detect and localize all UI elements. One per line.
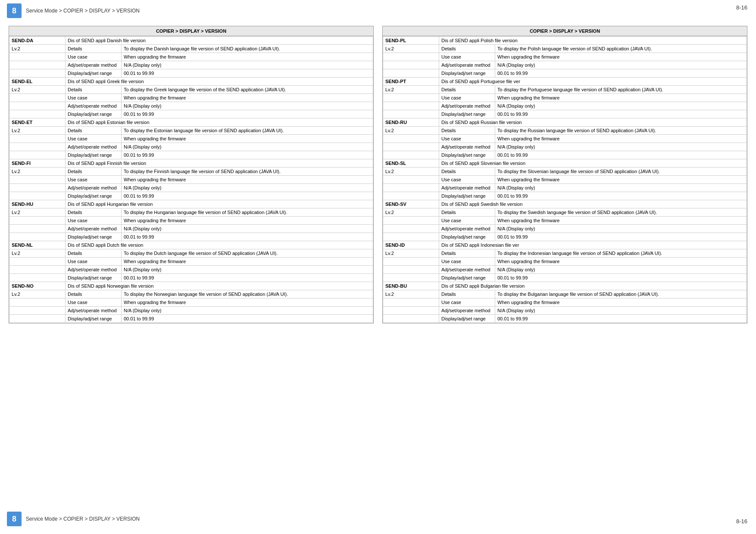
- row-level: [383, 69, 439, 78]
- row-label: Adj/set/operate method: [439, 61, 495, 69]
- left-table: COPIER > DISPLAY > VERSION SEND-DADis of…: [9, 26, 374, 323]
- row-level: [383, 217, 439, 225]
- footer-breadcrumb: Service Mode > COPIER > DISPLAY > VERSIO…: [26, 516, 140, 522]
- table-row: Display/adj/set range00.01 to 99.99: [9, 110, 373, 118]
- row-level: [9, 217, 66, 225]
- row-label: Adj/set/operate method: [439, 143, 495, 151]
- row-value: To display the Estonian language file ve…: [122, 127, 373, 135]
- row-value: When upgrading the firmware: [122, 176, 373, 184]
- section-description: Dis of SEND appli Polish file version: [439, 37, 747, 45]
- section-id: SEND-RU: [383, 118, 439, 127]
- row-label: Details: [439, 127, 495, 135]
- row-level: [9, 102, 66, 110]
- row-level: [9, 233, 66, 241]
- row-value: When upgrading the firmware: [495, 135, 747, 143]
- table-row: Adj/set/operate methodN/A (Display only): [9, 61, 373, 69]
- row-label: Display/adj/set range: [66, 274, 122, 282]
- section-header-row: SEND-PTDis of SEND appli Portuguese file…: [383, 78, 747, 86]
- row-label: Display/adj/set range: [66, 192, 122, 200]
- row-label: Use case: [439, 176, 495, 184]
- row-label: Use case: [66, 258, 122, 266]
- row-level: [9, 307, 66, 315]
- section-description: Dis of SEND appli Danish file version: [66, 37, 373, 45]
- row-label: Details: [66, 290, 122, 298]
- table-row: Adj/set/operate methodN/A (Display only): [383, 307, 747, 315]
- table-row: Display/adj/set range00.01 to 99.99: [9, 69, 373, 78]
- row-level: [383, 151, 439, 159]
- row-value: When upgrading the firmware: [495, 217, 747, 225]
- table-row: Use caseWhen upgrading the firmware: [383, 217, 747, 225]
- section-header-row: SEND-FIDis of SEND appli Finnish file ve…: [9, 159, 373, 168]
- row-label: Use case: [439, 217, 495, 225]
- table-row: Lv.2DetailsTo display the Slovenian lang…: [383, 168, 747, 176]
- row-level: [9, 135, 66, 143]
- table-row: Use caseWhen upgrading the firmware: [9, 176, 373, 184]
- table-row: Lv.2DetailsTo display the Norwegian lang…: [9, 290, 373, 298]
- row-label: Details: [439, 45, 495, 53]
- section-description: Dis of SEND appli Dutch file version: [66, 241, 373, 249]
- row-level: Lv.2: [383, 45, 439, 53]
- row-label: Details: [439, 86, 495, 94]
- table-row: Display/adj/set range00.01 to 99.99: [9, 151, 373, 159]
- row-label: Details: [66, 86, 122, 94]
- row-level: Lv.2: [9, 208, 66, 217]
- table-row: Lv.2DetailsTo display the Finnish langua…: [9, 168, 373, 176]
- table-row: Lv.2DetailsTo display the Dutch language…: [9, 249, 373, 258]
- table-row: Use caseWhen upgrading the firmware: [9, 258, 373, 266]
- row-label: Details: [439, 249, 495, 258]
- row-level: [383, 307, 439, 315]
- row-label: Use case: [439, 94, 495, 102]
- row-label: Details: [439, 168, 495, 176]
- row-label: Details: [439, 208, 495, 217]
- row-level: Lv.2: [9, 127, 66, 135]
- row-label: Details: [439, 290, 495, 298]
- section-header-row: SEND-NLDis of SEND appli Dutch file vers…: [9, 241, 373, 249]
- row-label: Use case: [66, 217, 122, 225]
- section-header-row: SEND-RUDis of SEND appli Russian file ve…: [383, 118, 747, 127]
- row-label: Details: [66, 249, 122, 258]
- row-level: Lv.2: [9, 168, 66, 176]
- row-level: [383, 143, 439, 151]
- row-level: [383, 315, 439, 323]
- row-value: To display the Portuguese language file …: [495, 86, 747, 94]
- table-row: Display/adj/set range00.01 to 99.99: [9, 274, 373, 282]
- row-value: 00.01 to 99.99: [122, 110, 373, 118]
- section-description: Dis of SEND appli Bulgarian file version: [439, 282, 747, 290]
- row-label: Adj/set/operate method: [66, 61, 122, 69]
- table-row: Use caseWhen upgrading the firmware: [383, 298, 747, 307]
- table-row: Display/adj/set range00.01 to 99.99: [383, 151, 747, 159]
- row-label: Display/adj/set range: [439, 233, 495, 241]
- row-value: To display the Norwegian language file v…: [122, 290, 373, 298]
- table-row: Adj/set/operate methodN/A (Display only): [383, 143, 747, 151]
- table-row: Lv.2DetailsTo display the Portuguese lan…: [383, 86, 747, 94]
- table-row: Use caseWhen upgrading the firmware: [9, 53, 373, 61]
- row-level: [9, 298, 66, 307]
- table-row: Use caseWhen upgrading the firmware: [9, 135, 373, 143]
- row-value: When upgrading the firmware: [495, 258, 747, 266]
- table-row: Use caseWhen upgrading the firmware: [383, 176, 747, 184]
- row-level: Lv.2: [383, 168, 439, 176]
- section-header-row: SEND-NODis of SEND appli Norwegian file …: [9, 282, 373, 290]
- section-description: Dis of SEND appli Swedish file version: [439, 200, 747, 208]
- row-value: When upgrading the firmware: [495, 94, 747, 102]
- row-label: Display/adj/set range: [439, 151, 495, 159]
- row-value: To display the Danish language file vers…: [122, 45, 373, 53]
- row-label: Adj/set/operate method: [66, 307, 122, 315]
- row-level: Lv.2: [9, 86, 66, 94]
- section-description: Dis of SEND appli Russian file version: [439, 118, 747, 127]
- section-id: SEND-HU: [9, 200, 66, 208]
- table-row: Display/adj/set range00.01 to 99.99: [383, 110, 747, 118]
- row-level: [383, 53, 439, 61]
- table-row: Lv.2DetailsTo display the Polish languag…: [383, 45, 747, 53]
- row-level: [383, 61, 439, 69]
- row-level: Lv.2: [9, 45, 66, 53]
- table-row: Adj/set/operate methodN/A (Display only): [9, 225, 373, 233]
- right-table: COPIER > DISPLAY > VERSION SEND-PLDis of…: [382, 26, 747, 323]
- section-header-row: SEND-HUDis of SEND appli Hungarian file …: [9, 200, 373, 208]
- section-header-row: SEND-DADis of SEND appli Danish file ver…: [9, 37, 373, 45]
- row-label: Use case: [66, 53, 122, 61]
- section-id: SEND-EL: [9, 78, 66, 86]
- row-value: N/A (Display only): [122, 184, 373, 192]
- row-value: When upgrading the firmware: [495, 53, 747, 61]
- section-id: SEND-PL: [383, 37, 439, 45]
